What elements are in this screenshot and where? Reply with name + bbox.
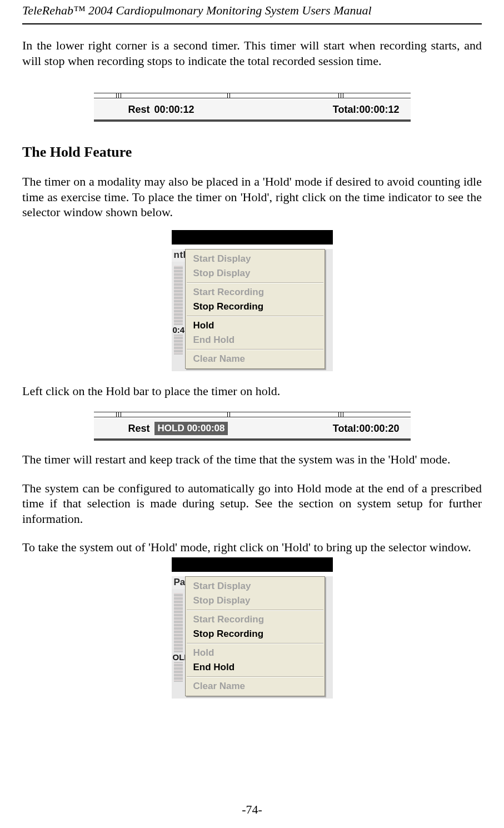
timer-main-row: Rest 00:00:12 Total:00:00:12: [94, 98, 411, 119]
figure-timer-bar-2: Rest HOLD 00:00:08 Total:00:00:20: [22, 412, 482, 441]
menu-item-end-hold[interactable]: End Hold: [186, 660, 325, 675]
menu-item-end-hold[interactable]: End Hold: [186, 333, 325, 347]
context-menu-screenshot: PatientE1001064 OLI Start Display Stop D…: [172, 557, 333, 699]
paragraph-auto-hold-config: The system can be configured to automati…: [22, 481, 482, 527]
menu-item-stop-display[interactable]: Stop Display: [186, 593, 325, 608]
timer-bar-hold: Rest HOLD 00:00:08 Total:00:00:20: [94, 412, 411, 441]
context-menu[interactable]: Start Display Stop Display Start Recordi…: [185, 576, 325, 696]
paragraph-intro-timer: In the lower right corner is a second ti…: [22, 38, 482, 68]
menu-item-start-recording[interactable]: Start Recording: [186, 612, 325, 627]
timer-under-row: [94, 438, 411, 441]
figure-timer-bar-1: Rest 00:00:12 Total:00:00:12: [22, 93, 482, 122]
paragraph-left-click-hold: Left click on the Hold bar to place the …: [22, 383, 482, 399]
heading-hold-feature: The Hold Feature: [22, 144, 482, 161]
timer-left-label: Rest: [128, 104, 150, 116]
timer-hold-badge: HOLD 00:00:08: [154, 422, 228, 435]
menu-separator: [187, 676, 323, 677]
timer-main-row: Rest HOLD 00:00:08 Total:00:00:20: [94, 417, 411, 438]
paragraph-timer-restart: The timer will restart and keep track of…: [22, 452, 482, 467]
timer-left-time: 00:00:12: [154, 104, 194, 116]
menu-item-stop-display[interactable]: Stop Display: [186, 266, 325, 281]
menu-item-clear-name[interactable]: Clear Name: [186, 679, 325, 694]
menu-separator: [187, 316, 323, 317]
menu-item-hold[interactable]: Hold: [186, 318, 325, 333]
timer-tick-row: [94, 93, 411, 98]
menu-item-clear-name[interactable]: Clear Name: [186, 352, 325, 366]
side-time-fragment: 0:4: [172, 325, 186, 335]
timer-tick-row: [94, 412, 411, 417]
context-menu[interactable]: Start Display Stop Display Start Recordi…: [185, 249, 325, 369]
paragraph-hold-intro: The timer on a modality may also be plac…: [22, 174, 482, 220]
page: TeleRehab™ 2004 Cardiopulmonary Monitori…: [0, 0, 504, 828]
paragraph-exit-hold: To take the system out of 'Hold' mode, r…: [22, 540, 482, 555]
figure-context-menu-1: ntE1000440 0:4 Start Display Stop Displa…: [22, 230, 482, 371]
menu-item-stop-recording[interactable]: Stop Recording: [186, 627, 325, 641]
timer-bar: Rest 00:00:12 Total:00:00:12: [94, 93, 411, 122]
menu-separator: [187, 610, 323, 611]
menu-separator: [187, 349, 323, 350]
menu-item-start-recording[interactable]: Start Recording: [186, 285, 325, 300]
context-menu-screenshot: ntE1000440 0:4 Start Display Stop Displa…: [172, 230, 333, 371]
figure-context-menu-2: PatientE1001064 OLI Start Display Stop D…: [22, 557, 482, 699]
page-number: -74-: [22, 802, 482, 817]
menu-item-hold[interactable]: Hold: [186, 646, 325, 660]
timer-left-label: Rest: [128, 423, 150, 435]
menu-separator: [187, 282, 323, 283]
timer-right-label: Total:00:00:20: [333, 423, 400, 435]
timer-under-row: [94, 119, 411, 122]
menu-item-stop-recording[interactable]: Stop Recording: [186, 300, 325, 314]
menu-item-start-display[interactable]: Start Display: [186, 252, 325, 266]
menu-item-start-display[interactable]: Start Display: [186, 579, 325, 593]
header-title: TeleRehab™ 2004 Cardiopulmonary Monitori…: [22, 0, 482, 24]
menu-separator: [187, 643, 323, 644]
timer-right-label: Total:00:00:12: [333, 104, 400, 116]
